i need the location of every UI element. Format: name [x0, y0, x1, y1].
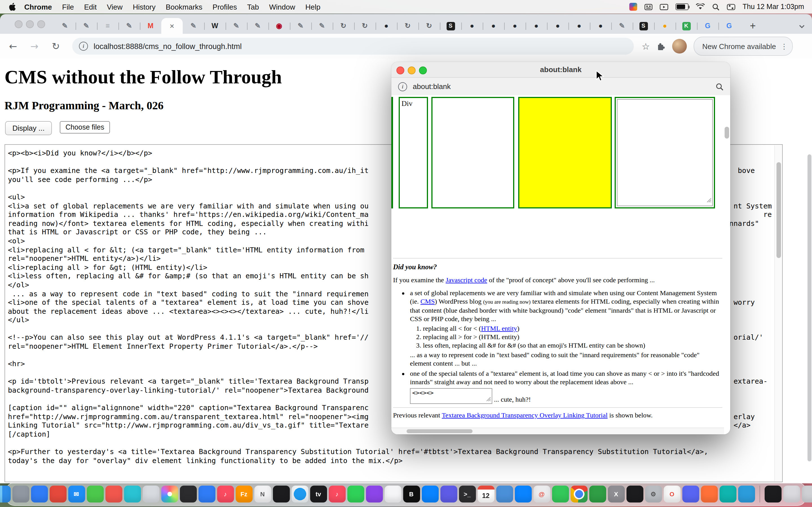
tab[interactable]: ● — [654, 18, 675, 34]
tab-close-icon[interactable]: × — [170, 21, 174, 31]
dock-dock-app-33[interactable] — [589, 486, 606, 503]
screen-mirroring-icon[interactable] — [660, 4, 668, 10]
dock-tv-icon[interactable]: tv — [310, 486, 327, 503]
menu-history[interactable]: History — [128, 3, 161, 11]
dock-dock-app-4[interactable] — [49, 486, 66, 503]
dock-dock-app-11[interactable] — [180, 486, 197, 503]
textarea-scrollbar[interactable] — [774, 145, 781, 481]
tab[interactable]: K — [675, 18, 697, 34]
demo-textarea[interactable]: <><><> — [410, 388, 492, 404]
dock-dock-app-40[interactable] — [719, 486, 736, 503]
keyboard-icon[interactable] — [645, 4, 652, 10]
menu-help[interactable]: Help — [300, 3, 326, 11]
menu-view[interactable]: View — [102, 3, 128, 11]
wifi-icon[interactable] — [696, 3, 705, 10]
tab[interactable]: ● — [483, 18, 504, 34]
browser-menu-icon[interactable]: ⋮ — [780, 42, 788, 50]
page-scrollbar-thumb[interactable] — [808, 154, 811, 461]
display-button[interactable]: Display ... — [5, 121, 52, 135]
tab[interactable]: G — [697, 18, 718, 34]
tab[interactable]: ● — [568, 18, 590, 34]
menu-chrome[interactable]: Chrome — [19, 3, 57, 11]
tab[interactable]: S — [633, 18, 654, 34]
battery-icon[interactable] — [675, 3, 689, 10]
tab[interactable]: ≡ — [97, 18, 118, 34]
dock-dock-app-19[interactable]: ♪ — [328, 486, 345, 503]
choose-files-button[interactable]: Choose files — [60, 121, 110, 133]
dock-dock-app-12[interactable] — [198, 486, 215, 503]
tab[interactable]: ● — [525, 18, 547, 34]
dock-mail-icon[interactable]: ✉ — [68, 486, 85, 503]
resize-grip-icon[interactable] — [707, 195, 712, 205]
dock-dock-app-7[interactable] — [105, 486, 122, 503]
tab[interactable]: G — [718, 18, 740, 34]
tab-active[interactable]: × — [161, 18, 183, 34]
dock-music-icon[interactable]: ♪ — [217, 486, 234, 503]
menubar-extra-icon[interactable] — [629, 3, 637, 11]
dock-dock-app-30[interactable]: @ — [533, 486, 550, 503]
menu-bar-clock[interactable]: Thu 12 Mar 1:03pm — [743, 3, 804, 11]
popup-minimize-button[interactable] — [408, 66, 416, 74]
dock-dock-app-23[interactable]: B — [403, 486, 420, 503]
tab[interactable]: ● — [504, 18, 525, 34]
dock-dock-app-14[interactable]: Fz — [236, 486, 252, 503]
dock-safari-icon[interactable] — [291, 486, 308, 503]
dock-dock-app-25[interactable] — [440, 486, 457, 503]
reload-button[interactable]: ↻ — [51, 41, 61, 52]
dock-dock-app-35[interactable] — [626, 486, 643, 503]
tab[interactable]: W — [204, 18, 225, 34]
url-bar[interactable]: i localhost:8888/cms_no_follow_through.h… — [72, 38, 634, 55]
dock-dock-app-41[interactable] — [738, 486, 755, 503]
forward-button[interactable]: → — [29, 41, 40, 52]
tab[interactable]: S — [440, 18, 461, 34]
tab[interactable]: ↻ — [397, 18, 418, 34]
popup-url-bar[interactable]: i about:blank — [391, 78, 730, 96]
popup-site-info-icon[interactable]: i — [398, 82, 407, 91]
apple-menu-icon[interactable] — [6, 3, 19, 11]
tab[interactable]: ✎ — [311, 18, 333, 34]
spotlight-search-icon[interactable] — [712, 3, 719, 10]
tab[interactable]: ● — [590, 18, 611, 34]
window-close-button[interactable] — [15, 20, 22, 28]
control-center-icon[interactable] — [727, 4, 735, 10]
popup-zoom-button[interactable] — [419, 66, 427, 74]
dock-dock-app-6[interactable] — [87, 486, 103, 503]
window-minimize-button[interactable] — [26, 20, 34, 28]
link[interactable]: HTML entity — [481, 325, 517, 332]
menu-edit[interactable]: Edit — [79, 3, 102, 11]
menu-window[interactable]: Window — [264, 3, 301, 11]
dock-opera-icon[interactable]: O — [663, 486, 680, 503]
tab[interactable]: ✎ — [611, 18, 633, 34]
menu-tab[interactable]: Tab — [242, 3, 264, 11]
tab[interactable]: ● — [375, 18, 397, 34]
menu-profiles[interactable]: Profiles — [207, 3, 242, 11]
dock-firefox-icon[interactable] — [701, 486, 718, 503]
link[interactable]: Textarea Background Transparency Overlay… — [442, 411, 608, 419]
dock-trash-icon[interactable] — [802, 486, 812, 503]
resize-grip-icon[interactable] — [486, 396, 491, 403]
dock-finder-icon[interactable] — [0, 486, 10, 503]
popup-close-button[interactable] — [396, 66, 404, 74]
dock-terminal-icon[interactable]: >_ — [459, 486, 476, 503]
dock-maps-icon[interactable] — [552, 486, 569, 503]
new-tab-button[interactable]: + — [746, 18, 760, 33]
tab[interactable]: ● — [547, 18, 568, 34]
tab[interactable]: ● — [461, 18, 483, 34]
link[interactable]: CMS — [420, 297, 435, 305]
extensions-icon[interactable] — [657, 42, 666, 51]
link[interactable]: Javascript code — [446, 276, 487, 284]
window-zoom-button[interactable] — [37, 20, 45, 28]
tab[interactable]: ✎ — [183, 18, 204, 34]
dock-dock-app-8[interactable] — [124, 486, 141, 503]
dock-dock-app-28[interactable] — [496, 486, 513, 503]
dock-dock-app-16[interactable] — [273, 486, 290, 503]
dock-dock-app-20[interactable] — [347, 486, 364, 503]
dock-photos-icon[interactable] — [161, 486, 178, 503]
dock-chrome-icon[interactable] — [570, 486, 587, 503]
profile-avatar[interactable] — [672, 39, 687, 54]
dock-settings-icon[interactable]: ⚙ — [645, 486, 662, 503]
menu-bookmarks[interactable]: Bookmarks — [161, 3, 207, 11]
textarea-scrollbar-thumb[interactable] — [776, 162, 781, 258]
chrome-update-button[interactable]: New Chrome available ⋮ — [694, 37, 793, 56]
popup-hscrollbar-thumb[interactable] — [407, 429, 472, 433]
